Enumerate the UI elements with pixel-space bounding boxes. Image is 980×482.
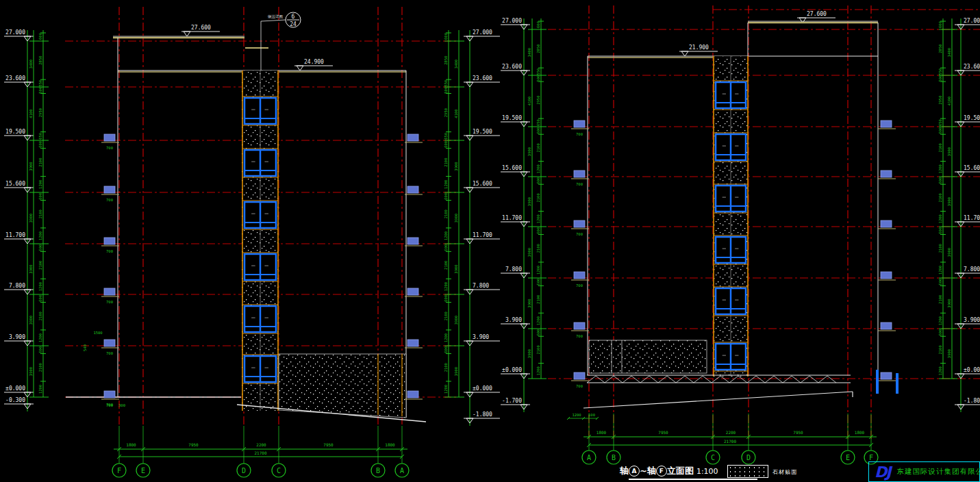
axis-dim-label: 2200 bbox=[256, 442, 266, 447]
seg-dim-label: 2850 bbox=[444, 55, 448, 64]
seg-dim-label: 2100 bbox=[536, 295, 540, 304]
total-dim-label: 3900 bbox=[527, 248, 531, 257]
total-dim-label: 3900 bbox=[947, 147, 951, 156]
total-dim-label: 4100 bbox=[29, 109, 33, 118]
level-marker-label: ±0.000 bbox=[473, 385, 492, 392]
level-marker-label: -0.300 bbox=[5, 397, 25, 403]
seg-dim-label: 1200 bbox=[536, 214, 540, 223]
axis-dim-label: 7950 bbox=[658, 430, 668, 435]
title-scale: 1:100 bbox=[696, 467, 718, 476]
seg-dim-label: 2950 bbox=[938, 96, 942, 105]
seg-dim-label: 2100 bbox=[444, 363, 448, 372]
seg-dim-label: 600 bbox=[536, 127, 540, 134]
axis-bubble-letter: D bbox=[242, 467, 246, 474]
wall-flag bbox=[104, 288, 115, 295]
seg-dim-label: 600 bbox=[536, 279, 540, 286]
wall-flag bbox=[574, 322, 585, 329]
seg-dim-label: 1200 bbox=[38, 180, 42, 189]
stone-hatch-area bbox=[279, 354, 406, 418]
seg-dim-label: 1200 bbox=[536, 316, 540, 325]
site-flag bbox=[876, 370, 879, 394]
level-marker-label: 23.600 bbox=[502, 64, 522, 70]
title-axis-word: 轴 bbox=[620, 466, 629, 476]
wall-flag bbox=[407, 186, 418, 193]
seg-dim-label: 600 bbox=[536, 21, 540, 28]
seg-dim-label: 600 bbox=[38, 141, 42, 148]
axis-dim-label: 7950 bbox=[793, 430, 803, 435]
level-marker-label: 3.900 bbox=[505, 317, 522, 323]
seg-dim-label: 2100 bbox=[938, 244, 942, 253]
truss-diagonal bbox=[685, 376, 694, 383]
axis-dim-label: 2200 bbox=[726, 430, 736, 435]
seg-dim-label: 600 bbox=[38, 295, 42, 302]
level-marker-triangle bbox=[297, 66, 303, 71]
seg-dim-label: 600 bbox=[938, 279, 942, 286]
total-dim-label: 3900 bbox=[454, 162, 458, 170]
flag-dim-label: 700 bbox=[106, 249, 113, 253]
truss-diagonal bbox=[605, 376, 614, 383]
level-marker-label: 15.600 bbox=[5, 181, 25, 187]
total-dim-label: 3900 bbox=[454, 316, 458, 325]
axis-bubble-letter: E bbox=[141, 467, 145, 474]
level-marker-label: 11.700 bbox=[964, 215, 980, 221]
level-marker-label: 7.800 bbox=[9, 283, 25, 289]
seg-dim-label: 1200 bbox=[938, 164, 942, 173]
level-marker-label: 11.700 bbox=[502, 215, 522, 221]
seg-dim-label: 2950 bbox=[38, 108, 42, 117]
seg-dim-label: 2100 bbox=[38, 363, 42, 372]
level-marker-label: ±0.000 bbox=[5, 385, 25, 392]
spot-marker-label: 27.600 bbox=[191, 25, 211, 31]
seg-dim-label: 600 bbox=[444, 33, 448, 40]
callout-detail-number: 6 bbox=[292, 14, 295, 20]
level-marker-label: 11.700 bbox=[473, 232, 492, 238]
truss-diagonal bbox=[694, 376, 703, 383]
seg-dim-label: 2100 bbox=[536, 244, 540, 253]
axis-bubble-letter: F bbox=[117, 467, 121, 474]
level-marker-label: 27.000 bbox=[5, 29, 25, 36]
cad-drawing-canvas[interactable]: 27.00023.60019.50015.60011.7007.8003.900… bbox=[0, 0, 980, 482]
callout-leader bbox=[261, 20, 286, 21]
legend-hatch-swatch bbox=[727, 465, 768, 478]
total-dim-label: 3900 bbox=[29, 316, 33, 325]
seg-dim-label: 600 bbox=[38, 244, 42, 251]
truss-diagonal bbox=[614, 376, 623, 383]
seg-dim-label: 1200 bbox=[938, 366, 942, 375]
seg-dim-label: 600 bbox=[444, 346, 448, 353]
seg-dim-label: 2950 bbox=[444, 108, 448, 117]
small-dim-label: 100 bbox=[588, 413, 595, 417]
total-dim-label: 3900 bbox=[947, 349, 951, 358]
level-marker-label: -1.800 bbox=[473, 411, 492, 418]
spot-marker-label: 27.600 bbox=[807, 11, 827, 17]
truss-diagonal bbox=[765, 376, 774, 383]
seg-dim-label: 2100 bbox=[938, 295, 942, 304]
seg-dim-label: 2100 bbox=[444, 158, 448, 167]
elevation-drawing-svg: 27.00023.60019.50015.60011.7007.8003.900… bbox=[0, 0, 980, 482]
seg-dim-label: 600 bbox=[536, 227, 540, 234]
total-dim-label: 3900 bbox=[454, 214, 458, 223]
truss-diagonal bbox=[587, 376, 596, 383]
level-marker-label: 19.500 bbox=[502, 115, 522, 121]
wall-flag bbox=[881, 272, 892, 279]
total-dim-label: 3900 bbox=[454, 367, 458, 376]
wall-flag bbox=[881, 170, 892, 177]
axis-bubble-letter: C bbox=[277, 467, 281, 474]
axis-bubble-letter: D bbox=[746, 454, 751, 461]
wall-flag bbox=[104, 340, 115, 346]
wall-flag bbox=[574, 372, 585, 379]
wall-flag bbox=[407, 391, 418, 398]
seg-dim-label: 600 bbox=[938, 127, 942, 134]
wall-flag bbox=[881, 120, 892, 127]
seg-dim-label: 500 bbox=[536, 75, 540, 82]
level-marker-label: 19.500 bbox=[473, 129, 492, 135]
axis-total-label: 21700 bbox=[254, 451, 266, 455]
truss-diagonal bbox=[640, 376, 649, 383]
title-start-axis-bubble: A bbox=[629, 466, 640, 477]
seg-dim-label: 2850 bbox=[38, 55, 42, 64]
axis-dim-label: 1800 bbox=[855, 430, 865, 435]
axis-bubble-letter: A bbox=[587, 454, 591, 461]
level-marker-label: 3.900 bbox=[9, 334, 25, 340]
total-dim-label: 4100 bbox=[947, 97, 951, 105]
level-marker-label: 23.600 bbox=[473, 75, 492, 81]
seg-dim-label: 600 bbox=[38, 346, 42, 353]
truss-diagonal bbox=[783, 376, 792, 383]
